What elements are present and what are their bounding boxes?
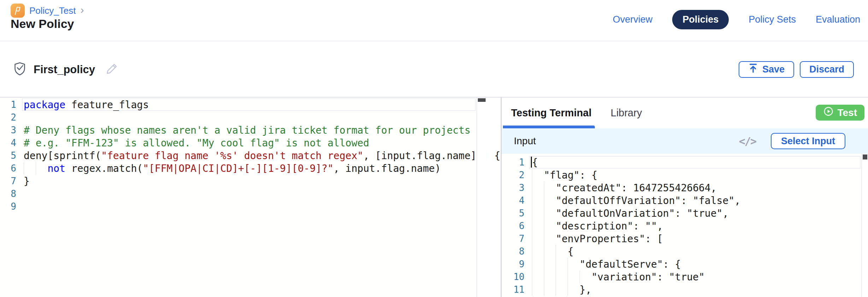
code-token: { bbox=[532, 157, 538, 168]
code-line[interactable]: 5"defaultOnVariation": "true", bbox=[502, 207, 861, 220]
line-content: }, bbox=[532, 283, 592, 296]
code-token: not bbox=[47, 163, 65, 174]
code-line[interactable]: 1{ bbox=[502, 156, 861, 169]
code-token: "defaultOnVariation": "true", bbox=[556, 208, 728, 219]
line-content: "createdAt": 1647255426664, bbox=[532, 181, 717, 194]
tab-overview[interactable]: Overview bbox=[613, 14, 653, 25]
discard-button[interactable]: Discard bbox=[800, 61, 854, 78]
indent-guide bbox=[532, 232, 544, 245]
indent-guide bbox=[24, 162, 36, 175]
tab-policies[interactable]: Policies bbox=[672, 10, 729, 29]
policy-editor-scrollbar[interactable] bbox=[476, 98, 486, 297]
code-line[interactable]: 10"variation": "true" bbox=[502, 270, 861, 283]
line-content: "description": "", bbox=[532, 220, 663, 232]
indent-guide bbox=[556, 283, 568, 296]
indent-guide bbox=[556, 245, 568, 258]
line-number: 1 bbox=[502, 157, 524, 168]
policy-code-editor[interactable]: 1package feature_flags23# Deny flags who… bbox=[0, 98, 486, 297]
code-line[interactable]: 9"defaultServe": { bbox=[502, 258, 861, 270]
code-line[interactable]: 1package feature_flags bbox=[0, 98, 476, 111]
code-line[interactable]: 9 bbox=[0, 200, 476, 213]
policy-title-group: First_policy bbox=[13, 62, 119, 78]
tab-library[interactable]: Library bbox=[611, 107, 642, 119]
code-line[interactable]: 3"createdAt": 1647255426664, bbox=[502, 181, 861, 194]
tab-testing-terminal[interactable]: Testing Terminal bbox=[511, 107, 592, 119]
code-line[interactable]: 5deny[sprintf("feature flag name '%s' do… bbox=[0, 149, 476, 162]
page-title: New Policy bbox=[11, 17, 74, 31]
indent-guide bbox=[532, 169, 544, 181]
line-content: "defaultOnVariation": "true", bbox=[532, 207, 728, 220]
indent-guide bbox=[580, 270, 592, 283]
line-number: 7 bbox=[502, 233, 524, 244]
testing-panel: Testing Terminal Library Test Input bbox=[502, 98, 868, 297]
policy-name: First_policy bbox=[34, 63, 95, 76]
code-line[interactable]: 7"envProperties": [ bbox=[502, 232, 861, 245]
indent-guide bbox=[544, 232, 556, 245]
indent-guide bbox=[544, 207, 556, 220]
line-number: 4 bbox=[0, 138, 16, 148]
select-input-button[interactable]: Select Input bbox=[771, 133, 845, 149]
indent-guide bbox=[544, 220, 556, 232]
indent-guide bbox=[556, 270, 568, 283]
code-token: , input.flag.name) bbox=[334, 163, 441, 174]
code-line[interactable]: 6"description": "", bbox=[502, 220, 861, 232]
line-number: 6 bbox=[502, 221, 524, 231]
edit-pencil-icon[interactable] bbox=[105, 62, 119, 77]
code-token: "description": "", bbox=[556, 220, 663, 232]
test-button[interactable]: Test bbox=[816, 105, 865, 121]
tab-evaluation[interactable]: Evaluation bbox=[816, 14, 860, 25]
line-number: 8 bbox=[502, 246, 524, 257]
code-line[interactable]: 3# Deny flags whose names aren't a valid… bbox=[0, 124, 476, 136]
input-json-editor[interactable]: 1{2"flag": {3"createdAt": 1647255426664,… bbox=[502, 154, 868, 297]
save-button[interactable]: Save bbox=[739, 61, 794, 78]
code-line[interactable]: 8{ bbox=[502, 245, 861, 258]
line-content: "defaultOffVariation": "false", bbox=[532, 194, 740, 207]
line-content: "flag": { bbox=[532, 169, 597, 181]
code-token: # e.g. "FFM-123" is allowed. "My cool fl… bbox=[24, 137, 369, 149]
line-number: 6 bbox=[0, 163, 16, 174]
code-line[interactable]: 8 bbox=[0, 187, 476, 200]
line-number: 1 bbox=[0, 99, 16, 110]
line-content: { bbox=[532, 156, 538, 169]
code-line[interactable]: 2 bbox=[0, 111, 476, 124]
discard-button-label: Discard bbox=[809, 64, 844, 75]
indent-guide bbox=[532, 258, 544, 270]
code-token: "defaultOffVariation": "false", bbox=[556, 195, 740, 206]
indent-guide bbox=[544, 270, 556, 283]
line-number: 2 bbox=[0, 112, 16, 123]
input-section-header: Input </> Select Input bbox=[502, 128, 868, 154]
tab-policy-sets[interactable]: Policy Sets bbox=[749, 14, 796, 25]
code-token: "envProperties": [ bbox=[556, 233, 663, 245]
line-number: 3 bbox=[502, 182, 524, 193]
line-content: # Deny flags whose names aren't a valid … bbox=[24, 124, 470, 136]
indent-guide bbox=[532, 181, 544, 194]
code-line[interactable]: 4"defaultOffVariation": "false", bbox=[502, 194, 861, 207]
line-number: 7 bbox=[0, 176, 16, 186]
line-content: package feature_flags bbox=[24, 98, 149, 111]
code-token: "defaultServe": { bbox=[580, 258, 681, 270]
policy-editor-scrollbar-thumb[interactable] bbox=[478, 98, 486, 102]
line-number: 10 bbox=[502, 272, 524, 282]
line-number: 5 bbox=[0, 150, 16, 161]
code-line[interactable]: 4# e.g. "FFM-123" is allowed. "My cool f… bbox=[0, 136, 476, 149]
indent-guide bbox=[532, 194, 544, 207]
code-line[interactable]: 6not regex.match("[FFM|OPA|CI|CD]+[-][1-… bbox=[0, 162, 476, 175]
input-editor-scrollbar[interactable] bbox=[861, 154, 868, 297]
code-line[interactable]: 7} bbox=[0, 175, 476, 187]
indent-guide bbox=[568, 283, 580, 296]
code-token: "[FFM|OPA|CI|CD]+[-][1-9][0-9]?" bbox=[143, 163, 333, 174]
code-brackets-icon[interactable]: </> bbox=[739, 135, 756, 147]
code-line[interactable]: 11}, bbox=[502, 283, 861, 296]
breadcrumb-project-link[interactable]: Policy_Test bbox=[29, 5, 76, 16]
code-token: }, bbox=[580, 284, 592, 296]
play-circle-icon bbox=[823, 106, 834, 119]
input-editor-scrollbar-thumb[interactable] bbox=[863, 155, 867, 159]
testing-panel-tabs: Testing Terminal Library Test bbox=[502, 98, 868, 128]
code-line[interactable]: 2"flag": { bbox=[502, 169, 861, 181]
policy-flag-icon bbox=[11, 4, 25, 18]
breadcrumb: Policy_Test › bbox=[11, 4, 84, 18]
indent-guide bbox=[532, 283, 544, 296]
indent-guide bbox=[544, 283, 556, 296]
shield-check-icon bbox=[13, 62, 27, 78]
input-section-title: Input bbox=[514, 135, 536, 147]
